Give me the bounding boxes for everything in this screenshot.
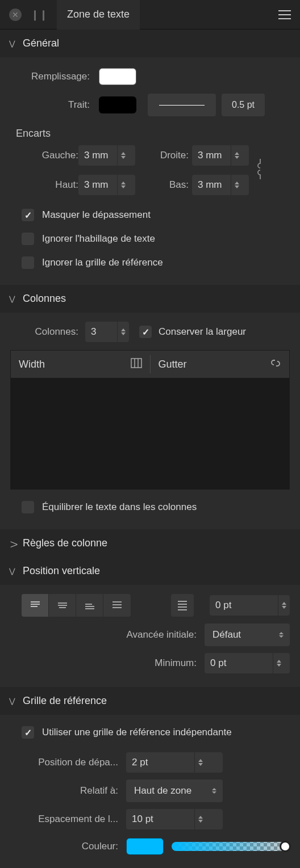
- inset-right-field[interactable]: [192, 145, 249, 166]
- close-icon[interactable]: ✕: [9, 9, 22, 21]
- panel-title: Zone de texte: [67, 9, 130, 20]
- grid-relative-select[interactable]: Haut de zone: [126, 779, 223, 802]
- align-center-button[interactable]: [49, 594, 76, 617]
- inset-left-label: Gauche:: [10, 150, 78, 161]
- stroke-style-select[interactable]: [148, 94, 216, 116]
- inset-left-field[interactable]: [78, 145, 135, 166]
- pin-icon[interactable]: ❙❙: [31, 9, 48, 21]
- section-basegrid-title: Grille de référence: [23, 695, 107, 707]
- ignore-grid-checkbox[interactable]: [22, 256, 34, 269]
- link-icon: [270, 357, 281, 372]
- grid-color-swatch[interactable]: [126, 838, 164, 855]
- svg-marker-36: [198, 763, 203, 766]
- svg-marker-0: [121, 152, 126, 155]
- stepper-icon[interactable]: [273, 653, 285, 673]
- baseline-offset-icon: [171, 594, 194, 617]
- fill-color-swatch[interactable]: [99, 68, 136, 85]
- svg-marker-39: [198, 816, 203, 819]
- svg-marker-9: [121, 332, 126, 335]
- hide-overflow-label: Masquer le dépassement: [42, 209, 151, 221]
- grid-start-label: Position de dépa...: [10, 757, 118, 768]
- balance-columns-label: Équilibrer le texte dans les colonnes: [42, 502, 197, 513]
- svg-marker-32: [279, 635, 284, 638]
- svg-marker-5: [121, 186, 126, 188]
- svg-marker-34: [277, 664, 281, 667]
- menu-icon[interactable]: [278, 10, 291, 19]
- columns-table-body[interactable]: [10, 378, 290, 490]
- chevron-down-icon: ⋁: [9, 697, 17, 705]
- minimum-label: Minimum:: [10, 658, 205, 669]
- inset-bottom-field[interactable]: [192, 175, 249, 195]
- columns-count-field[interactable]: [85, 322, 129, 342]
- hide-overflow-checkbox[interactable]: [22, 209, 34, 221]
- baseline-offset-field[interactable]: [210, 595, 290, 616]
- fixed-width-checkbox[interactable]: [139, 326, 152, 338]
- inset-top-field[interactable]: [78, 175, 135, 195]
- stroke-weight-field[interactable]: 0.5 pt: [222, 94, 265, 116]
- slider-thumb[interactable]: [280, 841, 291, 852]
- stroke-label: Trait:: [10, 99, 90, 111]
- section-general-title: Général: [23, 37, 59, 49]
- grid-start-field[interactable]: [126, 752, 223, 773]
- stepper-icon[interactable]: [194, 809, 206, 829]
- chevron-down-icon: ⋁: [9, 567, 17, 575]
- svg-marker-4: [121, 182, 126, 184]
- svg-marker-6: [235, 182, 239, 184]
- stepper-icon[interactable]: [278, 595, 290, 616]
- stepper-icon[interactable]: [117, 175, 129, 195]
- stepper-icon[interactable]: [231, 145, 243, 166]
- initial-advance-select[interactable]: Défaut: [205, 623, 290, 646]
- minimum-field[interactable]: [205, 653, 290, 673]
- grid-color-label: Couleur:: [10, 841, 118, 852]
- columns-table-header: Width Gutter: [10, 350, 290, 378]
- section-vertical-header[interactable]: ⋁ Position verticale: [0, 557, 300, 585]
- grid-spacing-label: Espacement de l...: [10, 814, 118, 825]
- link-insets-icon[interactable]: [256, 157, 265, 184]
- column-width-header[interactable]: Width: [11, 358, 150, 371]
- inset-bottom-label: Bas:: [135, 179, 192, 191]
- balance-columns-checkbox[interactable]: [22, 501, 34, 513]
- chevron-down-icon: ⋁: [9, 39, 17, 48]
- svg-marker-2: [235, 152, 239, 155]
- grid-spacing-field[interactable]: [126, 809, 223, 829]
- section-column-rules-header[interactable]: ⋁ Règles de colonne: [0, 529, 300, 557]
- align-justify-button[interactable]: [103, 594, 131, 617]
- inset-right-label: Droite:: [135, 150, 192, 161]
- stepper-icon[interactable]: [117, 145, 129, 166]
- stroke-color-swatch[interactable]: [99, 96, 136, 113]
- panel-title-tab[interactable]: Zone de texte: [57, 0, 140, 30]
- stepper-icon[interactable]: [231, 175, 243, 195]
- section-columns-header[interactable]: ⋁ Colonnes: [0, 285, 300, 313]
- ignore-wrap-checkbox[interactable]: [22, 233, 34, 245]
- grid-relative-label: Relatif à:: [10, 785, 118, 797]
- section-column-rules-title: Règles de colonne: [23, 537, 107, 549]
- section-columns-title: Colonnes: [23, 293, 66, 305]
- columns-icon: [131, 358, 142, 371]
- initial-advance-label: Avancée initiale:: [10, 629, 205, 641]
- columns-count-label: Colonnes:: [10, 326, 78, 338]
- align-bottom-button[interactable]: [76, 594, 103, 617]
- section-vertical-body: Avancée initiale: Défaut Minimum:: [0, 585, 300, 687]
- column-gutter-header[interactable]: Gutter: [151, 357, 290, 372]
- section-general-header[interactable]: ⋁ Général: [0, 30, 300, 57]
- align-top-button[interactable]: [22, 594, 49, 617]
- fill-label: Remplissage:: [10, 71, 90, 82]
- section-basegrid-header[interactable]: ⋁ Grille de référence: [0, 687, 300, 715]
- fixed-width-label: Conserver la largeur: [159, 326, 246, 338]
- ignore-grid-label: Ignorer la grille de référence: [42, 257, 163, 268]
- svg-rect-10: [131, 359, 141, 368]
- stepper-icon[interactable]: [194, 752, 206, 773]
- grid-opacity-slider[interactable]: [172, 842, 290, 851]
- svg-marker-38: [212, 791, 216, 794]
- svg-marker-31: [279, 632, 284, 634]
- section-general-body: Remplissage: Trait: 0.5 pt Encarts Gauch…: [0, 57, 300, 285]
- ignore-wrap-label: Ignorer l'habillage de texte: [42, 233, 155, 245]
- stepper-icon[interactable]: [117, 322, 129, 342]
- use-independent-grid-checkbox[interactable]: [22, 726, 34, 739]
- svg-marker-1: [121, 156, 126, 159]
- svg-marker-7: [235, 186, 239, 188]
- insets-title: Encarts: [0, 120, 300, 143]
- chevron-right-icon: ⋁: [9, 540, 18, 547]
- svg-marker-35: [198, 759, 203, 762]
- section-basegrid-body: Utiliser une grille de référence indépen…: [0, 715, 300, 865]
